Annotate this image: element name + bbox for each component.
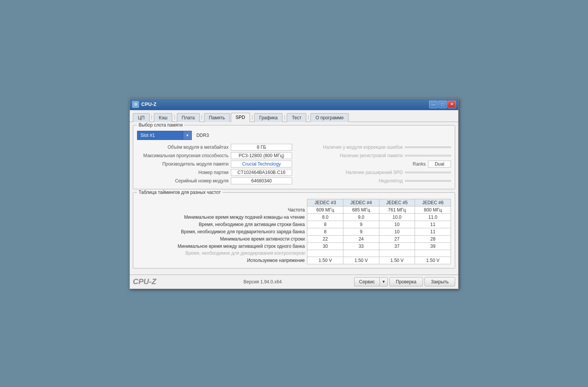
- table-row: Частота 609 МГц 685 МГц 761 МГц 800 МГц: [137, 206, 451, 213]
- titlebar: ⚙ CPU-Z — □ ✕: [130, 99, 458, 110]
- table-row: Минимальное время активности строки 22 2…: [137, 235, 451, 242]
- info-grid: Объём модуля в мегабайтах 8 ГБ Максималь…: [137, 143, 451, 185]
- cell-trc-5: 37: [379, 242, 415, 250]
- tabs-bar: ЦП | Кэш | Плата | Память SPD | Графика …: [130, 110, 458, 122]
- cell-trrd-6: [415, 250, 451, 257]
- col-jedec3: JEDEC #3: [307, 199, 343, 206]
- value-size: 8 ГБ: [231, 144, 292, 151]
- row-label-trc: Минимальное время между активацией строк…: [137, 242, 307, 250]
- slot-dropdown-arrow[interactable]: ▼: [183, 131, 192, 140]
- label-size: Объём модуля в мегабайтах: [137, 145, 231, 150]
- value-ranks: Dual: [428, 161, 451, 167]
- cell-trcd-3: 8: [307, 221, 343, 228]
- cell-trrd-4: [343, 250, 379, 257]
- info-row-week: Неделя/год: [296, 177, 451, 185]
- timing-group-title: Таблица таймингов для разных частот: [137, 190, 222, 195]
- cell-voltage-3: 1.50 V: [307, 257, 343, 264]
- label-spd-ext: Наличие расширений SPD: [346, 170, 405, 175]
- tab-spd[interactable]: SPD: [231, 113, 250, 122]
- cell-voltage-4: 1.50 V: [343, 257, 379, 264]
- row-label-trrd: Время, необходимое для декодирования кон…: [137, 250, 307, 257]
- cell-tras-5: 27: [379, 235, 415, 242]
- tab-cpu[interactable]: ЦП: [133, 113, 150, 122]
- statusbar-brand: CPU-Z: [133, 277, 171, 286]
- window-title: CPU-Z: [141, 101, 429, 107]
- tab-graphics[interactable]: Графика: [254, 113, 283, 122]
- service-button[interactable]: Сервис: [354, 277, 379, 286]
- cell-trcd-6: 11: [415, 221, 451, 228]
- cell-trp-4: 9: [343, 228, 379, 235]
- row-label-tras: Минимальное время активности строки: [137, 235, 307, 242]
- info-row-serial: Серийный номер модуля 64680340: [137, 177, 292, 185]
- info-row-manufacturer: Производитель модуля памяти Crucial Tech…: [137, 160, 292, 168]
- cell-freq-6: 800 МГц: [415, 206, 451, 213]
- slot-value: Slot #1: [137, 131, 183, 140]
- value-part: CT102464BA160B.C16: [231, 169, 292, 176]
- label-bandwidth: Максимальная пропускная способность: [137, 153, 231, 158]
- label-ranks: Ranks: [413, 161, 428, 167]
- window-controls: — □ ✕: [429, 101, 456, 108]
- statusbar-buttons: Сервис ▼ Проверка Закрыть: [354, 277, 455, 286]
- cell-voltage-6: 1.50 V: [415, 257, 451, 264]
- cell-freq-5: 761 МГц: [379, 206, 415, 213]
- cell-trcd-5: 10: [379, 221, 415, 228]
- cell-trp-6: 11: [415, 228, 451, 235]
- slot-type: DDR3: [196, 133, 209, 138]
- table-row: Время, необходимое для предварительного …: [137, 228, 451, 235]
- cell-trc-6: 39: [415, 242, 451, 250]
- label-serial: Серийный номер модуля: [137, 178, 231, 184]
- cell-trp-5: 10: [379, 228, 415, 235]
- slot-row: Slot #1 ▼ DDR3: [137, 131, 451, 140]
- close-button[interactable]: ✕: [448, 101, 456, 108]
- main-content: Выбор слота памяти Slot #1 ▼ DDR3 Объём …: [130, 122, 458, 275]
- close-app-button[interactable]: Закрыть: [425, 277, 455, 286]
- row-label-trcd: Время, необходимое для активации строки …: [137, 221, 307, 228]
- info-row-part: Номер партии CT102464BA160B.C16: [137, 168, 292, 177]
- label-registered: Наличие регистровой памяти: [340, 153, 405, 158]
- tab-about[interactable]: О программе: [310, 113, 348, 122]
- main-window: ⚙ CPU-Z — □ ✕ ЦП | Кэш | Плата | Память …: [129, 98, 459, 289]
- info-row-size: Объём модуля в мегабайтах 8 ГБ: [137, 143, 292, 151]
- col-jedec4: JEDEC #4: [343, 199, 379, 206]
- cell-tras-4: 24: [343, 235, 379, 242]
- label-manufacturer: Производитель модуля памяти: [137, 161, 231, 167]
- cell-cl-4: 9.0: [343, 213, 379, 221]
- info-row-ecc: Наличие у модуля коррекции ошибок: [296, 143, 451, 151]
- memory-slot-group-title: Выбор слота памяти: [137, 122, 184, 128]
- value-serial: 64680340: [231, 177, 292, 184]
- col-jedec5: JEDEC #5: [379, 199, 415, 206]
- service-button-group: Сервис ▼: [354, 277, 388, 286]
- cell-trc-4: 33: [343, 242, 379, 250]
- value-bandwidth: PC3-12800 (800 МГц): [231, 152, 292, 159]
- service-dropdown-arrow[interactable]: ▼: [379, 277, 388, 286]
- maximize-button[interactable]: □: [438, 101, 447, 108]
- cell-trrd-3: [307, 250, 343, 257]
- cell-cl-3: 8.0: [307, 213, 343, 221]
- table-row: Время, необходимое для активации строки …: [137, 221, 451, 228]
- slot-selector[interactable]: Slot #1 ▼: [137, 131, 192, 140]
- info-right: Наличие у модуля коррекции ошибок Наличи…: [292, 143, 451, 185]
- cell-trrd-5: [379, 250, 415, 257]
- tab-board[interactable]: Плата: [177, 113, 200, 122]
- cell-freq-3: 609 МГц: [307, 206, 343, 213]
- table-row: Время, необходимое для декодирования кон…: [137, 250, 451, 257]
- cell-trcd-4: 9: [343, 221, 379, 228]
- timing-table: JEDEC #3 JEDEC #4 JEDEC #5 JEDEC #6 Част…: [137, 199, 451, 264]
- row-label-freq: Частота: [137, 206, 307, 213]
- check-button[interactable]: Проверка: [389, 277, 423, 286]
- value-week: [405, 180, 451, 182]
- info-row-ranks: Ranks Dual: [296, 160, 451, 168]
- cell-cl-6: 11.0: [415, 213, 451, 221]
- value-manufacturer: Crucial Technology: [231, 161, 292, 167]
- tab-memory[interactable]: Память: [204, 113, 230, 122]
- label-week: Неделя/год: [379, 178, 405, 184]
- tab-cache[interactable]: Кэш: [154, 113, 173, 122]
- app-icon: ⚙: [132, 101, 139, 108]
- cell-cl-5: 10.0: [379, 213, 415, 221]
- cell-freq-4: 685 МГц: [343, 206, 379, 213]
- cell-tras-6: 28: [415, 235, 451, 242]
- tab-test[interactable]: Тест: [287, 113, 306, 122]
- label-ecc: Наличие у модуля коррекции ошибок: [323, 145, 405, 150]
- row-label-voltage: Используемое напряжение: [137, 257, 307, 264]
- minimize-button[interactable]: —: [429, 101, 438, 108]
